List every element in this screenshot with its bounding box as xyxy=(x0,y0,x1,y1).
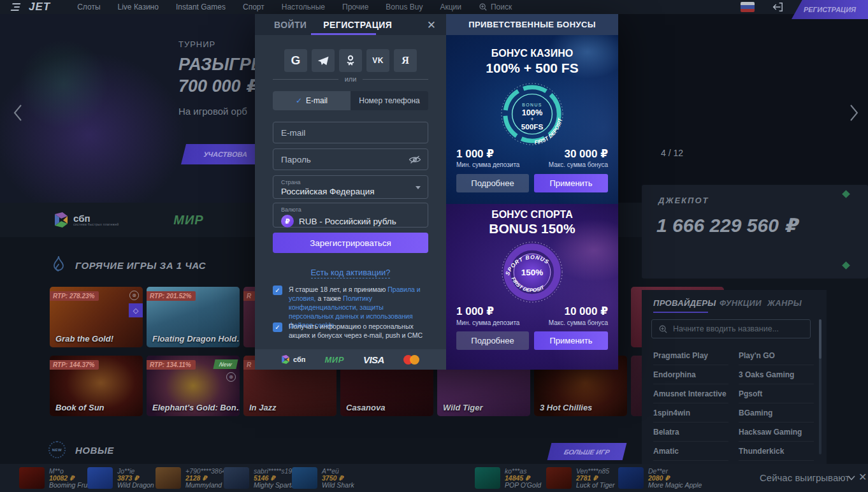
ticker-close-icon[interactable]: ✕ xyxy=(858,471,867,483)
jackpot-value: 1 666 229 560 ₽ xyxy=(656,214,797,236)
tab-providers[interactable]: ПРОВАЙДЕРЫ xyxy=(653,298,716,308)
currency-select[interactable]: Валюта ₽ RUB - Российский рубль xyxy=(273,203,428,228)
promo-checkbox[interactable]: ✓ xyxy=(273,322,282,332)
nav-item-live-casino[interactable]: Live Казино xyxy=(118,3,159,11)
provider-item[interactable]: Hacksaw Gaming xyxy=(739,423,814,442)
promo-text: Получать информацию о персональных акция… xyxy=(289,322,430,340)
activation-code-link-wrap: Есть код активации? xyxy=(255,266,446,278)
toggle-phone[interactable]: Номер телефона xyxy=(351,91,428,110)
language-flag-ru[interactable] xyxy=(741,2,755,12)
provider-item[interactable]: 1spin4win xyxy=(653,403,728,423)
casino-bonus-badge: BONUS 100% + 500FS FIRST DEPOSIT xyxy=(500,82,565,149)
register-submit-button[interactable]: Зарегистрироваться xyxy=(273,233,428,253)
tab-functions[interactable]: ФУНКЦИИ xyxy=(720,298,762,308)
game-tile-book-of-sun[interactable]: RTP: 144.37% Book of Sun xyxy=(50,356,143,416)
scrollbar[interactable] xyxy=(819,319,821,454)
game-tile-elephants-gold[interactable]: RTP: 134.11% New ⊛ Elephant's Gold: Bon… xyxy=(147,356,240,416)
provider-item[interactable]: Thunderkick xyxy=(739,442,814,461)
new-games-title: НОВЫЕ xyxy=(75,445,114,456)
provider-search-input[interactable] xyxy=(673,324,804,333)
more-games-button[interactable]: БОЛЬШЕ ИГР xyxy=(547,443,627,460)
modal-header: ВОЙТИ РЕГИСТРАЦИЯ ✕ xyxy=(255,14,446,35)
welcome-bonuses-panel: ПРИВЕТСТВЕННЫЕ БОНУСЫ БОНУС КАЗИНО 100% … xyxy=(446,14,618,370)
sport-details-button[interactable]: Подробнее xyxy=(456,331,529,350)
chevron-down-icon[interactable] xyxy=(848,475,855,481)
menu-icon[interactable] xyxy=(11,3,21,11)
nav-item-bonus-buy[interactable]: Bonus Buy xyxy=(386,3,423,11)
nav-item-table-games[interactable]: Настольные xyxy=(282,3,325,11)
google-login-button[interactable]: G xyxy=(284,49,307,72)
top-nav: JET Слоты Live Казино Instant Games Спор… xyxy=(0,0,868,14)
game-title: Casanova xyxy=(346,403,385,412)
winner-item[interactable]: Ven****n852781 ₽Luck of Tiger xyxy=(546,467,615,489)
search-icon xyxy=(479,3,488,11)
diamond-badge-icon: ◇ xyxy=(129,303,143,317)
jackpot-card: ДЖЕКПОТ 1 666 229 560 ₽ xyxy=(642,185,868,279)
game-tile-floating-dragon[interactable]: RTP: 201.52% Floating Dragon Hold… xyxy=(147,287,240,347)
password-field-wrap xyxy=(273,148,428,170)
provider-item[interactable]: Amatic xyxy=(653,442,728,461)
sbp-icon xyxy=(281,354,290,365)
casino-bonus-section: БОНУС КАЗИНО 100% + 500 FS BONUS 100% + … xyxy=(446,35,618,204)
bonuses-header: ПРИВЕТСТВЕННЫЕ БОНУСЫ xyxy=(446,14,618,35)
age-terms-checkbox[interactable]: ✓ xyxy=(273,286,282,295)
vk-icon: VK xyxy=(372,56,384,65)
nav-item-instant-games[interactable]: Instant Games xyxy=(176,3,226,11)
tab-login[interactable]: ВОЙТИ xyxy=(274,20,307,30)
email-field[interactable] xyxy=(273,122,428,143)
activation-code-link[interactable]: Есть код активации? xyxy=(311,268,391,279)
registration-nav-button[interactable]: РЕГИСТРАЦИЯ xyxy=(792,0,868,19)
svg-text:150%: 150% xyxy=(521,268,543,277)
password-visibility-icon[interactable] xyxy=(409,155,421,164)
nav-item-other[interactable]: Прочие xyxy=(342,3,368,11)
odnoklassniki-login-button[interactable] xyxy=(339,49,362,72)
tab-register[interactable]: РЕГИСТРАЦИЯ xyxy=(323,20,392,30)
game-title: Grab the Gold! xyxy=(55,334,113,344)
casino-apply-button[interactable]: Применить xyxy=(534,174,608,192)
yandex-login-button[interactable]: Я xyxy=(394,49,417,72)
nav-item-search[interactable]: Поиск xyxy=(479,3,512,11)
provider-item[interactable]: BGaming xyxy=(739,403,814,423)
nav-item-sport[interactable]: Спорт xyxy=(243,3,264,11)
jackpot-label: ДЖЕКПОТ xyxy=(658,196,709,205)
game-tile-grab-the-gold[interactable]: ⊛ ◇ RTP: 278.23% Grab the Gold! xyxy=(50,287,143,347)
sport-apply-button[interactable]: Применить xyxy=(534,331,608,350)
provider-item[interactable]: Belatra xyxy=(653,423,728,442)
google-icon: G xyxy=(291,54,301,68)
telegram-login-button[interactable] xyxy=(312,49,335,72)
close-icon[interactable]: ✕ xyxy=(427,18,436,32)
provider-item[interactable]: Amusnet Interactive xyxy=(653,384,728,403)
winner-item[interactable]: A**eü3750 ₽Wild Shark xyxy=(292,467,354,489)
winner-item[interactable]: De**er2080 ₽More Magic Apple xyxy=(618,467,702,489)
sbp-logo: сбп xyxy=(281,354,305,365)
nav-item-promotions[interactable]: Акции xyxy=(440,3,461,11)
winner-item[interactable]: Jo**ie3873 ₽Wild Dragon xyxy=(87,467,154,489)
provider-item[interactable]: Pragmatic Play xyxy=(653,346,728,365)
provider-item[interactable]: Endorphina xyxy=(653,365,728,384)
tab-genres[interactable]: ЖАНРЫ xyxy=(767,298,802,308)
provider-item[interactable]: Play'n GO xyxy=(739,346,814,365)
country-select[interactable]: Страна Российская Федерация xyxy=(273,175,428,199)
provider-item[interactable]: Pgsoft xyxy=(739,384,814,403)
nav-item-slots[interactable]: Слоты xyxy=(77,3,100,11)
provider-search[interactable] xyxy=(651,319,811,338)
sbp-logo: сбпсистема быстрых платежей xyxy=(54,212,119,228)
max-bonus-label: Макс. сумма бонуса xyxy=(549,161,608,168)
game-thumb xyxy=(618,467,644,489)
slider-next-icon[interactable] xyxy=(849,103,859,122)
toggle-email[interactable]: ✓ E-mail xyxy=(273,91,351,110)
social-login-row: G VK Я xyxy=(255,49,446,72)
provider-icon: ⊛ xyxy=(226,372,236,382)
casino-details-button[interactable]: Подробнее xyxy=(456,174,529,192)
game-title: 3 Hot Chillies xyxy=(540,403,592,412)
winner-item[interactable]: sabri*****s19895146 ₽Mighty Sparta xyxy=(224,467,300,489)
casino-max-bonus: 30 000 ₽ xyxy=(564,147,608,161)
provider-item[interactable]: 3 Oaks Gaming xyxy=(739,365,814,384)
password-field[interactable] xyxy=(273,149,428,170)
winner-item[interactable]: ko***as14845 ₽POP O'Gold xyxy=(475,467,541,489)
game-thumb xyxy=(19,467,45,489)
slider-prev-icon[interactable] xyxy=(13,103,23,122)
min-deposit-label: Мин. сумма депозита xyxy=(456,161,519,168)
login-icon[interactable] xyxy=(771,1,784,13)
vk-login-button[interactable]: VK xyxy=(366,49,389,72)
